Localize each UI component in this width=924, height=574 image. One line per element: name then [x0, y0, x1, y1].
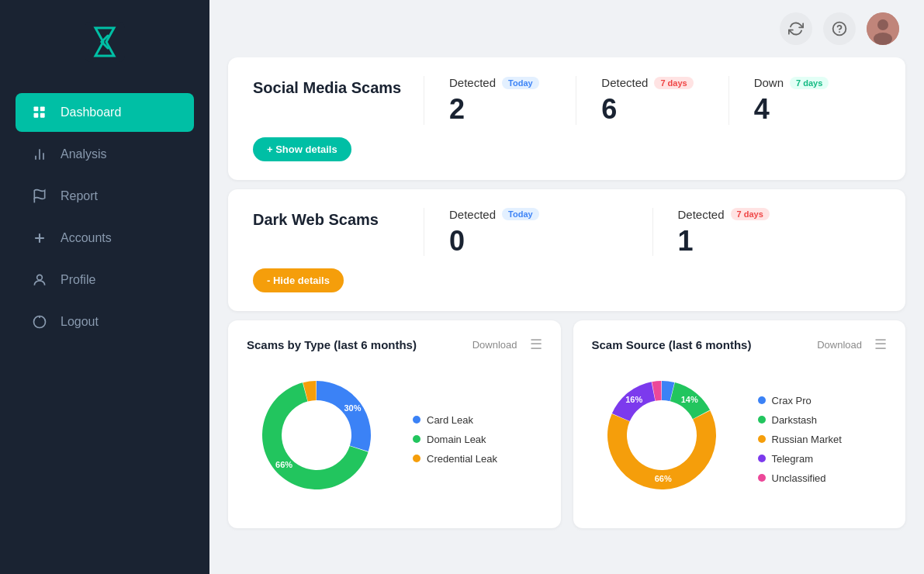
donut-label: 14% — [680, 395, 697, 404]
card-title-dark-web-scams: Dark Web Scams — [253, 208, 424, 229]
sidebar-item-label-accounts: Accounts — [61, 231, 112, 245]
donut-svg-scam-source: 14%66%16% — [592, 365, 732, 505]
legend-dot-scam-source-1 — [758, 416, 766, 424]
card-top-dark-web-scams: Dark Web Scams Detected Today 0 Detected… — [253, 208, 881, 257]
analysis-icon — [32, 147, 47, 162]
legend-dot-scams-by-type-1 — [413, 435, 420, 443]
legend-item-scams-by-type-1: Domain Leak — [413, 434, 497, 445]
stat-cards-container: Social Media Scams Detected Today 2 Dete… — [228, 57, 905, 311]
card-dark-web-scams: Dark Web Scams Detected Today 0 Detected… — [228, 189, 905, 312]
menu-icon-scams-by-type[interactable]: ☰ — [530, 336, 542, 353]
svg-point-13 — [37, 275, 43, 280]
dashboard-content: Social Media Scams Detected Today 2 Dete… — [209, 57, 924, 574]
stat-value-social-media-scams-2: 4 — [754, 94, 881, 125]
legend-dot-scam-source-4 — [758, 474, 766, 482]
eydle-logo-icon — [85, 22, 125, 62]
hide-details-button-dark-web-scams[interactable]: - Hide details — [253, 268, 344, 292]
legend-dot-scam-source-0 — [758, 396, 766, 404]
download-button-scam-source[interactable]: Download — [817, 339, 862, 351]
legend-item-scam-source-0: Crax Pro — [758, 395, 842, 406]
donut-label: 16% — [625, 395, 642, 404]
sidebar-item-logout[interactable]: Logout — [16, 303, 194, 341]
accounts-icon-container — [31, 230, 48, 247]
chart-header-scams-by-type: Scams by Type (last 6 months) Download ☰ — [247, 336, 542, 353]
legend-item-scam-source-3: Telegram — [758, 453, 842, 465]
card-social-media-scams: Social Media Scams Detected Today 2 Dete… — [228, 57, 905, 180]
legend-label-scams-by-type-0: Card Leak — [427, 414, 473, 426]
donut-label: 30% — [344, 403, 362, 413]
legend-dot-scam-source-3 — [758, 455, 766, 462]
stat-badge-social-media-scams-1: 7 days — [654, 77, 693, 89]
donut-label: 66% — [654, 475, 671, 484]
help-button[interactable] — [823, 12, 856, 45]
stat-label-social-media-scams-2: Down 7 days — [754, 76, 881, 89]
svg-rect-6 — [40, 113, 45, 118]
legend-label-scams-by-type-1: Domain Leak — [427, 434, 486, 445]
stat-value-social-media-scams-1: 6 — [601, 94, 728, 125]
logo-container — [0, 0, 209, 85]
stat-item-social-media-scams-1: Detected 7 days 6 — [576, 76, 728, 125]
download-button-scams-by-type[interactable]: Download — [472, 339, 517, 351]
svg-rect-5 — [40, 107, 45, 112]
svg-point-19 — [877, 19, 888, 30]
stat-value-dark-web-scams-0: 0 — [449, 226, 652, 257]
logout-icon — [32, 314, 47, 330]
menu-icon-scam-source[interactable]: ☰ — [874, 336, 887, 353]
donut-svg-scams-by-type: 30%66% — [247, 365, 386, 505]
chart-body-scam-source: 14%66%16% Crax Pro Darkstash Russian Mar… — [592, 365, 888, 513]
sidebar-item-label-profile: Profile — [61, 273, 95, 287]
legend-dot-scams-by-type-0 — [413, 416, 420, 424]
help-icon — [832, 21, 847, 36]
user-avatar[interactable] — [867, 12, 899, 45]
sidebar-item-profile[interactable]: Profile — [16, 261, 194, 299]
stat-label-social-media-scams-1: Detected 7 days — [601, 76, 728, 89]
donut-segment — [317, 381, 371, 451]
stat-value-social-media-scams-0: 2 — [449, 94, 576, 125]
sidebar-item-label-report: Report — [61, 189, 98, 203]
stat-badge-dark-web-scams-1: 7 days — [731, 208, 770, 220]
show-details-button-social-media-scams[interactable]: + Show details — [253, 137, 351, 161]
legend-label-scam-source-4: Unclassified — [772, 472, 826, 484]
main-content: Social Media Scams Detected Today 2 Dete… — [209, 0, 924, 574]
profile-icon — [32, 272, 47, 288]
stat-label-text: Detected — [449, 208, 496, 221]
refresh-button[interactable] — [780, 12, 812, 45]
legend-item-scams-by-type-2: Credential Leak — [413, 453, 497, 465]
card-title-social-media-scams: Social Media Scams — [253, 76, 424, 97]
report-icon-container — [31, 188, 48, 205]
legend-item-scam-source-2: Russian Market — [758, 434, 842, 445]
report-icon — [32, 188, 47, 204]
legend-scam-source: Crax Pro Darkstash Russian Market Telegr… — [758, 395, 842, 484]
sidebar-item-label-dashboard: Dashboard — [61, 105, 121, 119]
stat-label-text: Detected — [449, 76, 496, 89]
legend-label-scams-by-type-2: Credential Leak — [427, 453, 497, 465]
sidebar-item-report[interactable]: Report — [16, 177, 194, 216]
stat-item-social-media-scams-0: Detected Today 2 — [424, 76, 576, 125]
stat-item-dark-web-scams-1: Detected 7 days 1 — [652, 208, 881, 257]
legend-dot-scams-by-type-2 — [413, 455, 420, 462]
legend-item-scam-source-4: Unclassified — [758, 472, 842, 484]
legend-label-scam-source-1: Darkstash — [772, 414, 818, 426]
stat-group-social-media-scams: Detected Today 2 Detected 7 days 6 Down … — [424, 76, 881, 125]
stat-label-social-media-scams-0: Detected Today — [449, 76, 576, 89]
donut-chart-scam-source: 14%66%16% — [592, 365, 739, 513]
legend-label-scam-source-2: Russian Market — [772, 434, 842, 445]
top-header — [209, 0, 924, 57]
sidebar-item-accounts[interactable]: Accounts — [16, 219, 194, 258]
charts-container: Scams by Type (last 6 months) Download ☰… — [228, 320, 905, 528]
chart-body-scams-by-type: 30%66% Card Leak Domain Leak Credential … — [247, 365, 542, 513]
chart-scam-source: Scam Source (last 6 months) Download ☰ 1… — [573, 320, 906, 528]
stat-label-text: Down — [754, 76, 784, 89]
legend-scams-by-type: Card Leak Domain Leak Credential Leak — [413, 414, 497, 465]
svg-point-20 — [874, 33, 892, 45]
legend-label-scam-source-0: Crax Pro — [772, 395, 812, 406]
sidebar-item-analysis[interactable]: Analysis — [16, 135, 194, 174]
svg-rect-3 — [34, 107, 39, 112]
sidebar-item-label-logout: Logout — [61, 315, 99, 329]
donut-chart-scams-by-type: 30%66% — [247, 365, 394, 513]
sidebar: Dashboard Analysis Report Accounts Profi… — [0, 0, 209, 574]
card-top-social-media-scams: Social Media Scams Detected Today 2 Dete… — [253, 76, 881, 125]
sidebar-item-label-analysis: Analysis — [61, 147, 107, 161]
profile-icon-container — [31, 271, 48, 289]
sidebar-item-dashboard[interactable]: Dashboard — [16, 93, 194, 132]
